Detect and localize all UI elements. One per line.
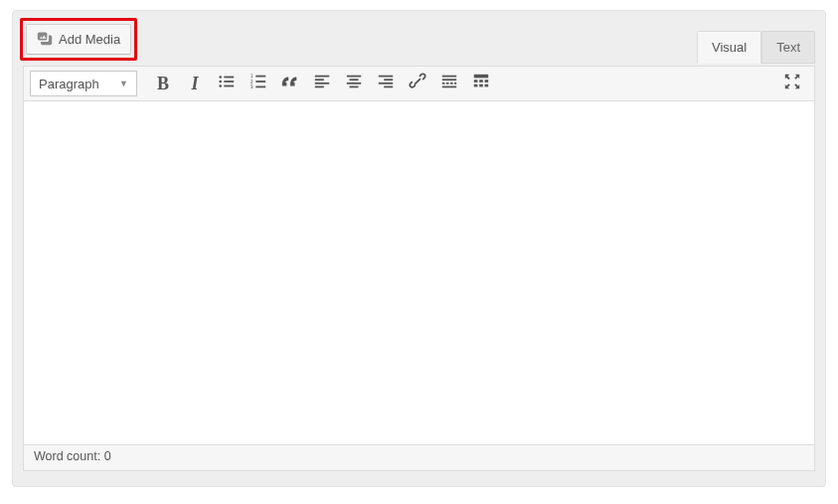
svg-rect-28 [450, 83, 453, 84]
fullscreen-icon [783, 73, 801, 94]
svg-rect-34 [485, 80, 489, 83]
fullscreen-button[interactable] [777, 69, 807, 98]
svg-rect-37 [485, 84, 489, 87]
align-right-icon [377, 73, 395, 94]
blockquote-icon [281, 73, 299, 94]
add-media-label: Add Media [59, 32, 120, 47]
read-more-icon [440, 73, 458, 94]
bullet-list-button[interactable] [212, 69, 242, 98]
svg-rect-20 [379, 76, 393, 78]
bold-button[interactable]: B [148, 69, 178, 98]
chevron-down-icon: ▼ [119, 79, 128, 88]
tab-visual[interactable]: Visual [697, 31, 761, 64]
blockquote-button[interactable] [275, 69, 305, 98]
read-more-button[interactable] [434, 69, 464, 98]
svg-rect-12 [315, 76, 329, 78]
svg-rect-22 [379, 83, 393, 84]
tab-text[interactable]: Text [761, 31, 815, 64]
svg-rect-15 [315, 86, 324, 88]
svg-rect-7 [255, 76, 265, 78]
svg-rect-29 [454, 83, 456, 84]
bullet-list-icon [218, 73, 236, 94]
tab-text-label: Text [776, 40, 800, 55]
svg-rect-36 [479, 84, 483, 87]
link-button[interactable] [403, 69, 432, 98]
numbered-list-button[interactable]: 123 [244, 69, 273, 98]
svg-rect-25 [442, 79, 456, 81]
svg-rect-19 [350, 86, 359, 88]
format-dropdown[interactable]: Paragraph ▼ [30, 71, 137, 96]
toolbar-toggle-button[interactable] [466, 69, 496, 98]
svg-rect-17 [350, 79, 359, 81]
editor-container: Add Media Visual Text Paragraph ▼ B I [12, 10, 826, 487]
format-dropdown-label: Paragraph [39, 77, 99, 91]
align-right-button[interactable] [371, 69, 401, 98]
align-center-button[interactable] [339, 69, 369, 98]
numbered-list-icon: 123 [250, 73, 267, 94]
svg-rect-9 [255, 81, 265, 83]
align-center-icon [345, 73, 363, 94]
editor-top-row: Add Media Visual Text [23, 21, 815, 67]
align-left-button[interactable] [307, 69, 337, 98]
editor-content-area[interactable] [23, 101, 815, 445]
add-media-highlight: Add Media [20, 18, 137, 61]
svg-rect-35 [474, 84, 478, 87]
svg-rect-24 [442, 76, 456, 78]
svg-point-0 [219, 76, 222, 79]
add-media-button[interactable]: Add Media [26, 24, 131, 55]
toolbar-toggle-icon [472, 73, 490, 94]
editor-status-bar: Word count: 0 [23, 445, 815, 471]
svg-rect-18 [347, 83, 361, 84]
media-icon [37, 30, 53, 49]
svg-rect-31 [474, 75, 488, 79]
svg-rect-11 [255, 86, 265, 88]
svg-text:2: 2 [251, 80, 253, 84]
svg-rect-16 [347, 76, 361, 78]
svg-text:1: 1 [251, 74, 253, 79]
editor-mode-tabs: Visual Text [697, 31, 815, 64]
svg-rect-33 [479, 80, 483, 83]
svg-rect-3 [224, 81, 234, 83]
italic-button[interactable]: I [180, 69, 210, 98]
link-icon [409, 73, 426, 94]
svg-rect-30 [442, 86, 456, 88]
tab-visual-label: Visual [712, 40, 747, 55]
svg-rect-1 [224, 77, 234, 79]
svg-point-4 [219, 84, 222, 87]
svg-rect-21 [384, 79, 393, 81]
svg-rect-13 [315, 79, 324, 81]
svg-text:3: 3 [251, 84, 253, 89]
editor-toolbar: Paragraph ▼ B I 123 [23, 66, 815, 101]
svg-point-2 [219, 81, 222, 84]
svg-rect-27 [446, 83, 449, 84]
svg-rect-14 [315, 83, 329, 84]
svg-rect-5 [224, 85, 234, 87]
svg-rect-32 [474, 80, 478, 83]
align-left-icon [313, 73, 331, 94]
svg-rect-23 [384, 86, 393, 88]
word-count-label: Word count: 0 [34, 449, 111, 463]
svg-rect-26 [442, 83, 445, 84]
